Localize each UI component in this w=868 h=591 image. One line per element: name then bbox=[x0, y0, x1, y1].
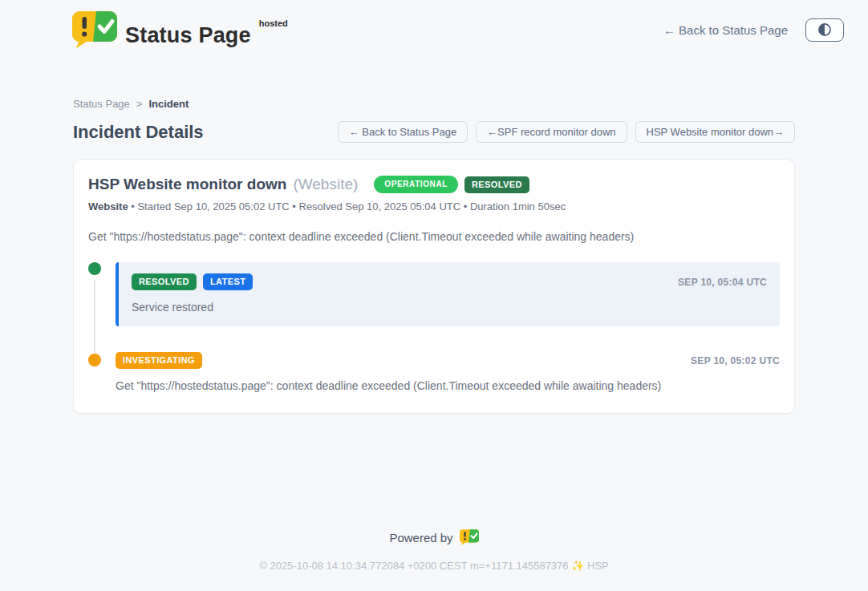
timeline-dot-icon bbox=[88, 262, 101, 275]
half-circle-icon bbox=[817, 22, 833, 38]
incident-card: HSP Website monitor down (Website) OPERA… bbox=[73, 159, 795, 414]
back-to-status-page-button[interactable]: ← Back to Status Page bbox=[338, 121, 468, 143]
operational-status-badge: OPERATIONAL bbox=[374, 176, 458, 193]
footer-logo-icon bbox=[460, 529, 479, 545]
site-header: Status Page hosted ← Back to Status Page bbox=[0, 0, 868, 48]
timeline-badge-latest: LATEST bbox=[203, 273, 253, 290]
timeline-dot-column bbox=[88, 262, 116, 326]
site-footer: Powered by © 2025-10-08 14:10:34.772084 … bbox=[0, 529, 868, 591]
brand-logo-icon bbox=[72, 11, 117, 48]
header-back-link[interactable]: ← Back to Status Page bbox=[663, 23, 788, 37]
timeline-dot-icon bbox=[88, 354, 101, 366]
timeline-timestamp: SEP 10, 05:02 UTC bbox=[691, 355, 780, 366]
incident-state-badge: RESOLVED bbox=[464, 176, 529, 193]
incident-nav: ← Back to Status Page←SPF record monitor… bbox=[338, 121, 795, 143]
incident-meta: Website • Started Sep 10, 2025 05:02 UTC… bbox=[88, 200, 780, 213]
incident-description: Get "https://hostedstatus.page": context… bbox=[88, 230, 780, 243]
meta-component: Website bbox=[88, 200, 128, 213]
timeline-dot-column bbox=[88, 352, 116, 392]
copyright: © 2025-10-08 14:10:34.772084 +0200 CEST … bbox=[0, 560, 868, 572]
incident-component: (Website) bbox=[293, 176, 358, 193]
prev-incident-button[interactable]: ←SPF record monitor down bbox=[476, 121, 627, 143]
timeline: RESOLVEDLATESTSEP 10, 05:04 UTCService r… bbox=[88, 262, 780, 392]
timeline-badge-resolved: RESOLVED bbox=[132, 273, 197, 290]
brand-superscript: hosted bbox=[259, 18, 288, 28]
theme-toggle-button[interactable] bbox=[805, 18, 844, 42]
meta-details: • Started Sep 10, 2025 05:02 UTC • Resol… bbox=[128, 200, 566, 213]
next-incident-button[interactable]: HSP Website monitor down→ bbox=[635, 121, 795, 143]
powered-by-label: Powered by bbox=[389, 531, 452, 544]
timeline-entry: INVESTIGATINGSEP 10, 05:02 UTCGet "https… bbox=[88, 352, 780, 392]
timeline-entry-body: INVESTIGATINGSEP 10, 05:02 UTCGet "https… bbox=[116, 352, 780, 392]
breadcrumb-current: Incident bbox=[148, 98, 189, 110]
timeline-message: Service restored bbox=[132, 301, 767, 314]
page-title: Incident Details bbox=[73, 122, 204, 143]
timeline-message: Get "https://hostedstatus.page": context… bbox=[116, 379, 780, 392]
breadcrumb-root[interactable]: Status Page bbox=[73, 98, 130, 110]
brand-logo: Status Page hosted bbox=[72, 11, 288, 48]
timeline-entry-body: RESOLVEDLATESTSEP 10, 05:04 UTCService r… bbox=[116, 262, 780, 326]
main-content: Status Page > Incident Incident Details … bbox=[73, 98, 795, 414]
breadcrumb-separator: > bbox=[136, 98, 143, 110]
breadcrumb: Status Page > Incident bbox=[73, 98, 795, 110]
timeline-badge-investigating: INVESTIGATING bbox=[116, 352, 202, 369]
incident-title: HSP Website monitor down bbox=[88, 176, 286, 193]
timeline-entry: RESOLVEDLATESTSEP 10, 05:04 UTCService r… bbox=[88, 262, 780, 326]
timeline-timestamp: SEP 10, 05:04 UTC bbox=[678, 277, 767, 288]
brand-name: Status Page bbox=[125, 23, 251, 47]
